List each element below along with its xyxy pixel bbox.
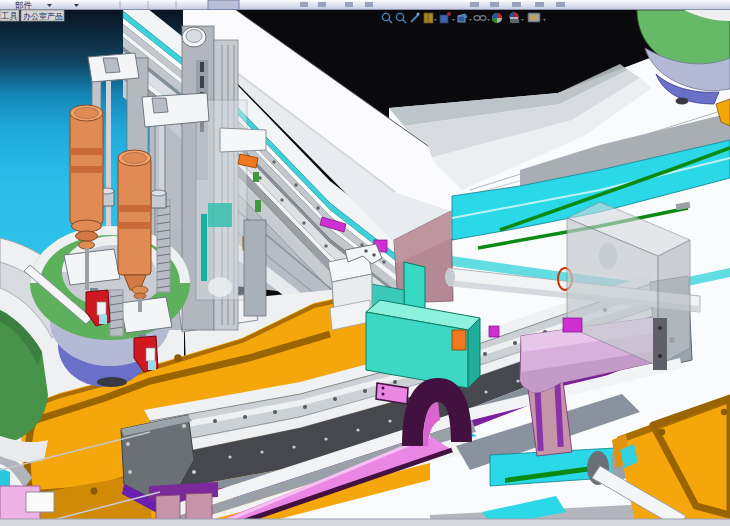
svg-text:部件: 部件: [15, 0, 33, 10]
svg-text:办公室产品: 办公室产品: [23, 12, 63, 21]
svg-text:工具: 工具: [0, 11, 18, 21]
